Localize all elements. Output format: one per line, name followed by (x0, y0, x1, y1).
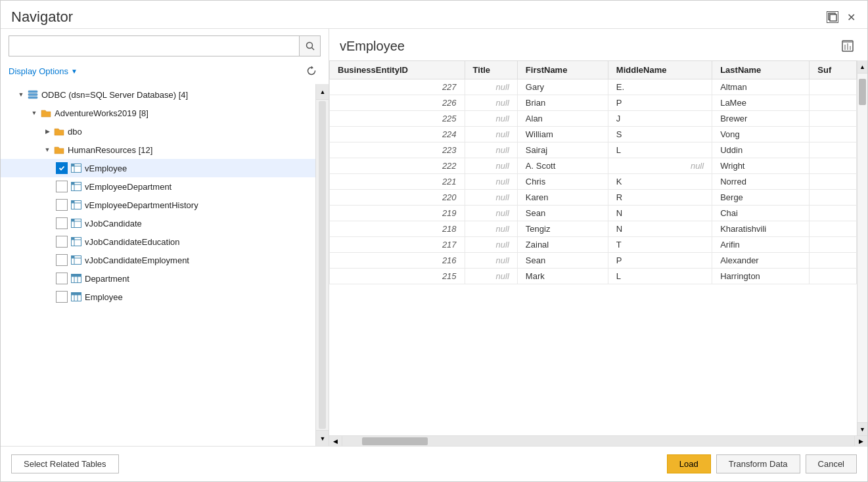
tree-item-vjobcandidate[interactable]: vJobCandidate (1, 214, 315, 232)
checkbox-vjobcandidateemployment[interactable] (56, 254, 68, 266)
tree-scroll-up-button[interactable]: ▲ (316, 84, 329, 100)
table-cell: Norred (712, 174, 810, 190)
tree-item-odbc[interactable]: ▼ ODBC (dsn=SQL Server Database) [4] (1, 85, 315, 104)
tree-scroll-down-button[interactable]: ▼ (316, 430, 329, 446)
table-cell (810, 79, 857, 95)
checkbox-vemployee[interactable] (56, 162, 68, 174)
search-input[interactable] (9, 39, 299, 54)
table-cell: 219 (330, 206, 465, 221)
database-icon (27, 89, 39, 100)
chevron-down-icon: ▼ (71, 68, 78, 75)
tree-item-vjobcandidateemployment[interactable]: vJobCandidateEmployment (1, 251, 315, 269)
view-icon (70, 236, 82, 248)
table-cell: Alan (517, 111, 608, 127)
tree-item-department[interactable]: Department (1, 269, 315, 288)
checkmark-icon (58, 165, 65, 171)
display-options-label: Display Options (9, 66, 68, 76)
tree-item-vemployeedepartmenthistory[interactable]: vEmployeeDepartmentHistory (1, 196, 315, 214)
table-cell (810, 190, 857, 206)
scroll-right-button[interactable]: ▶ (854, 436, 867, 447)
cancel-button[interactable]: Cancel (806, 454, 857, 473)
col-header-firstname: FirstName (517, 61, 608, 79)
svg-rect-11 (72, 164, 75, 167)
svg-rect-36 (72, 274, 81, 277)
table-cell: null (465, 127, 517, 142)
table-cell: null (465, 111, 517, 127)
table-cell: Alexander (712, 253, 810, 269)
display-options-button[interactable]: Display Options ▼ (9, 66, 78, 76)
table-cell: 215 (330, 269, 465, 284)
table-cell: null (465, 79, 517, 95)
table-cell: N (608, 221, 712, 237)
table-cell (810, 95, 857, 111)
search-bar (9, 35, 321, 56)
table-cell: Sean (517, 253, 608, 269)
view-icon (70, 217, 82, 229)
table-cell: 225 (330, 111, 465, 127)
checkbox-vjobcandidate[interactable] (56, 217, 68, 229)
table-cell: Altman (712, 79, 810, 95)
table-row: 224nullWilliamSVong (330, 127, 857, 142)
transform-data-button[interactable]: Transform Data (716, 454, 800, 473)
scroll-down-button[interactable]: ▼ (857, 422, 867, 435)
table-cell: K (608, 174, 712, 190)
table-scroll-inner[interactable]: BusinessEntityID Title FirstName MiddleN… (329, 60, 857, 435)
search-button[interactable] (299, 36, 320, 56)
table-container: BusinessEntityID Title FirstName MiddleN… (329, 60, 867, 446)
restore-button[interactable] (827, 11, 838, 23)
svg-rect-27 (72, 238, 75, 240)
chevron-icon: ▼ (16, 90, 26, 99)
svg-rect-7 (28, 97, 37, 99)
table-row: 216nullSeanPAlexander (330, 253, 857, 269)
tree-area[interactable]: ▼ ODBC (dsn=SQL Server Database) [4] (1, 84, 329, 446)
table-cell (810, 158, 857, 174)
checkbox-vemployeedepartmenthistory[interactable] (56, 199, 68, 211)
refresh-button[interactable] (302, 62, 321, 80)
select-related-tables-button[interactable]: Select Related Tables (11, 454, 119, 473)
preview-title: vEmployee (340, 39, 405, 54)
table-cell: 216 (330, 253, 465, 269)
search-icon (306, 41, 315, 51)
close-button[interactable]: ✕ (845, 11, 857, 23)
table-cell: Mark (517, 269, 608, 284)
svg-rect-23 (72, 219, 75, 222)
table-row: 218nullTengizNKharatishvili (330, 221, 857, 237)
tree-item-vjobcandidate-label: vJobCandidate (85, 219, 142, 229)
tree-item-dbo[interactable]: ▶ dbo (1, 122, 315, 141)
tree-item-vemployeedepartment[interactable]: vEmployeeDepartment (1, 177, 315, 196)
preview-export-button[interactable] (838, 37, 857, 55)
table-row: 225nullAlanJBrewer (330, 111, 857, 127)
load-button[interactable]: Load (667, 454, 711, 473)
table-icon (70, 273, 82, 284)
scroll-up-button[interactable]: ▲ (857, 60, 867, 74)
tree-item-vemployee[interactable]: vEmployee (1, 159, 315, 177)
table-cell (810, 253, 857, 269)
table-cell: J (608, 111, 712, 127)
table-cell (810, 111, 857, 127)
table-cell: 223 (330, 142, 465, 158)
tree-item-adventureworks[interactable]: ▼ AdventureWorks2019 [8] (1, 104, 315, 122)
table-cell: William (517, 127, 608, 142)
checkbox-department[interactable] (56, 273, 68, 284)
tree-item-vjobcandidateeducation-label: vJobCandidateEducation (85, 237, 180, 247)
table-cell (810, 206, 857, 221)
tree-item-employee[interactable]: Employee (1, 288, 315, 306)
col-header-suffix: Suf (810, 61, 857, 79)
view-icon (70, 254, 82, 266)
table-cell: 224 (330, 127, 465, 142)
table-row: 217nullZainalTArifin (330, 237, 857, 253)
table-cell: null (465, 237, 517, 253)
checkbox-vjobcandidateeducation[interactable] (56, 236, 68, 248)
svg-rect-5 (28, 91, 37, 93)
checkbox-vemployeedepartment[interactable] (56, 181, 68, 192)
tree-item-vjobcandidateeducation[interactable]: vJobCandidateEducation (1, 232, 315, 251)
export-icon (841, 39, 854, 53)
tree-item-humanresources[interactable]: ▼ HumanResources [12] (1, 141, 315, 159)
table-row: 221nullChrisKNorred (330, 174, 857, 190)
scroll-left-button[interactable]: ◀ (329, 436, 342, 447)
tree-item-adventureworks-label: AdventureWorks2019 [8] (55, 108, 148, 118)
checkbox-employee[interactable] (56, 291, 68, 303)
chevron-icon: ▼ (30, 108, 39, 118)
table-cell: Vong (712, 127, 810, 142)
table-row: 223nullSairajLUddin (330, 142, 857, 158)
